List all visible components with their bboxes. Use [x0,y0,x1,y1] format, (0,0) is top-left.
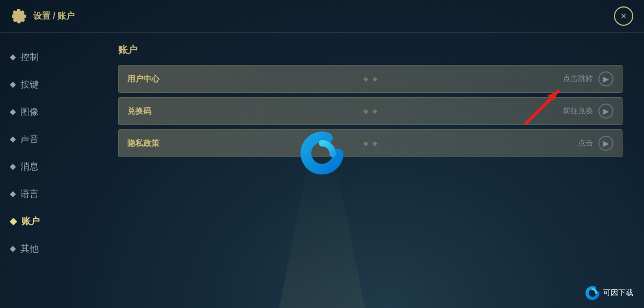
sidebar-item-graphics[interactable]: 图像 [11,104,97,120]
row-decoration [363,107,377,115]
sidebar-label-other: 其他 [20,243,39,255]
sidebar-item-message[interactable]: 消息 [11,158,97,175]
row-arrow-btn-user-center[interactable]: ▶ [598,71,613,86]
setting-row-user-center[interactable]: 用户中心 点击跳转 ▶ [118,65,623,93]
diamond-icon-active [10,217,17,225]
breadcrumb: 设置 / 账户 [33,11,75,22]
row-action-redeem-code: 前往兑换 ▶ [563,104,613,119]
sidebar-label-account: 账户 [21,215,40,228]
sidebar: 控制 按键 图像 声音 消息 语言 [0,33,107,308]
diamond-icon [10,109,16,115]
row-action-text-user-center: 点击跳转 [563,74,593,84]
sidebar-item-control[interactable]: 控制 [11,49,97,65]
section-title: 账户 [118,43,623,56]
row-label-user-center: 用户中心 [127,74,192,84]
diamond-icon [10,164,16,170]
row-label-privacy: 隐私政策 [127,138,192,149]
row-action-text-privacy: 点击 [578,138,593,148]
row-decoration [363,75,377,83]
row-arrow-btn-redeem-code[interactable]: ▶ [598,104,613,119]
sidebar-item-sound[interactable]: 声音 [11,131,97,148]
row-action-user-center: 点击跳转 ▶ [563,71,613,86]
sidebar-label-control: 控制 [20,51,39,63]
sidebar-label-graphics: 图像 [20,106,39,118]
row-label-redeem-code: 兑换码 [127,106,192,116]
diamond-icon [10,136,16,142]
sidebar-item-keys[interactable]: 按键 [11,76,97,93]
setting-row-redeem-code[interactable]: 兑换码 前往兑换 ▶ [118,97,623,125]
row-action-privacy: 点击 ▶ [578,136,613,151]
sidebar-label-keys: 按键 [20,78,39,91]
diamond-icon [10,54,16,60]
main-area: 控制 按键 图像 声音 消息 语言 [0,33,644,308]
sidebar-label-language: 语言 [20,188,39,200]
sidebar-item-other[interactable]: 其他 [11,240,97,257]
sidebar-item-language[interactable]: 语言 [11,186,97,202]
setting-row-privacy[interactable]: 隐私政策 点击 ▶ [118,129,623,157]
diamond-icon [10,191,16,197]
header: 设置 / 账户 × [0,0,644,33]
sidebar-item-account[interactable]: 账户 [11,213,97,230]
row-arrow-btn-privacy[interactable]: ▶ [598,136,613,151]
sidebar-label-message: 消息 [20,160,39,173]
content-area: 账户 用户中心 点击跳转 ▶ 兑换码 前往兑换 ▶ [107,33,644,308]
diamond-icon [10,82,16,87]
diamond-icon [10,246,16,252]
row-action-text-redeem-code: 前往兑换 [563,106,593,116]
row-decoration [363,140,377,147]
settings-panel: 设置 / 账户 × 控制 按键 图像 声音 消息 [0,0,644,308]
close-button[interactable]: × [614,6,633,26]
sidebar-label-sound: 声音 [20,133,39,145]
gear-icon [11,8,28,25]
